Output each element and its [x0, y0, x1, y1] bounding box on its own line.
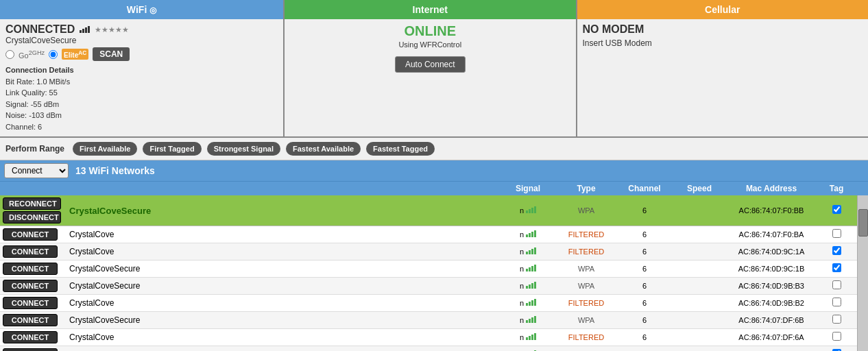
- row-action-connected: RECONNECT DISCONNECT: [0, 195, 65, 226]
- network-row-2: CONNECT CrystalCove n FILTERED 6 AC:86:7…: [0, 243, 857, 261]
- col-header-speed: Speed: [672, 182, 727, 195]
- row-speed-6: [672, 318, 727, 322]
- row-type-4: WPA: [555, 280, 617, 292]
- network-row-5: CONNECT CrystalCove n FILTERED 6 AC:86:7…: [0, 295, 857, 312]
- row-name-8: CrystalCoveSecure: [65, 348, 501, 351]
- tab-wifi[interactable]: WiFi ◎: [0, 0, 285, 19]
- row-signal-5: n: [501, 297, 555, 309]
- tab-cellular[interactable]: Cellular: [577, 0, 869, 19]
- scrollbar-thumb[interactable]: [858, 209, 868, 237]
- connect-button-8[interactable]: CONNECT: [3, 348, 58, 351]
- connected-line: CONNECTED ★★★★★: [5, 23, 278, 36]
- connect-button-5[interactable]: CONNECT: [3, 297, 58, 309]
- row-name-1: CrystalCove: [65, 228, 501, 241]
- col-header-signal: Signal: [501, 182, 555, 195]
- network-row-8: CONNECT CrystalCoveSecure n WPA 6 AC:86:…: [0, 346, 857, 351]
- first-tagged-btn[interactable]: First Tagged: [143, 142, 201, 156]
- elite-ac-label: EliteAC: [62, 49, 88, 60]
- info-section: CONNECTED ★★★★★ CrystalCoveSecure Go2GHz…: [0, 19, 868, 138]
- row-speed-7: [672, 335, 727, 339]
- connect-button-2[interactable]: CONNECT: [3, 245, 58, 258]
- row-type-8: WPA: [555, 348, 617, 351]
- internet-status: ONLINE: [290, 23, 570, 39]
- row-type-6: WPA: [555, 314, 617, 326]
- row-tag-5: [816, 295, 857, 311]
- row-action-5: CONNECT: [0, 295, 65, 311]
- connect-button-4[interactable]: CONNECT: [3, 280, 58, 292]
- scan-button[interactable]: SCAN: [93, 47, 130, 61]
- connect-button-1[interactable]: CONNECT: [3, 228, 58, 241]
- row-type-1: FILTERED: [555, 228, 617, 241]
- first-available-btn[interactable]: First Available: [73, 142, 137, 156]
- tag-checkbox-7[interactable]: [832, 332, 841, 341]
- row-tag-8: [816, 347, 857, 351]
- row-action-4: CONNECT: [0, 278, 65, 294]
- tag-checkbox-6[interactable]: [832, 315, 841, 324]
- header-tabs: WiFi ◎ Internet Cellular: [0, 0, 868, 19]
- row-mac-7: AC:86:74:07:DF:6A: [727, 331, 816, 343]
- details-label: Connection Details: [5, 64, 278, 76]
- row-channel-2: 6: [617, 245, 672, 258]
- networks-count: 13 WiFi Networks: [75, 165, 155, 176]
- connection-details: Connection Details Bit Rate: 1.0 MBit/s …: [5, 64, 278, 132]
- network-row-3: CONNECT CrystalCoveSecure n WPA 6 AC:86:…: [0, 261, 857, 278]
- row-signal-6: n: [501, 314, 555, 326]
- row-name-4: CrystalCoveSecure: [65, 279, 501, 293]
- network-rows-list: CONNECT CrystalCove n FILTERED 6 AC:86:7…: [0, 226, 857, 351]
- row-mac-8: AC:86:74:0D:9C:1B: [727, 348, 816, 351]
- row-speed-3: [672, 267, 727, 271]
- radio-row: Go2GHz EliteAC SCAN: [5, 47, 278, 61]
- row-tag-7: [816, 330, 857, 345]
- connected-status: CONNECTED: [5, 23, 75, 36]
- fastest-available-btn[interactable]: Fastest Available: [286, 142, 361, 156]
- scrollbar-track[interactable]: [857, 195, 868, 351]
- channel-val: Channel: 6: [5, 121, 278, 133]
- network-row-4: CONNECT CrystalCoveSecure n WPA 6 AC:86:…: [0, 278, 857, 295]
- tag-checkbox-1[interactable]: [832, 229, 841, 238]
- row-type-3: WPA: [555, 263, 617, 275]
- bit-rate: Bit Rate: 1.0 MBit/s: [5, 76, 278, 88]
- connect-select[interactable]: Connect Reconnect Disconnect: [4, 163, 69, 178]
- reconnect-button[interactable]: RECONNECT: [3, 197, 61, 210]
- radio-2ghz[interactable]: [5, 50, 14, 59]
- auto-connect-button[interactable]: Auto Connect: [395, 56, 466, 73]
- row-speed-4: [672, 284, 727, 288]
- row-tag-0: [816, 203, 857, 218]
- row-signal-0: n: [501, 204, 555, 217]
- row-action-7: CONNECT: [0, 329, 65, 346]
- strongest-signal-btn[interactable]: Strongest Signal: [207, 142, 280, 156]
- tag-checkbox-3[interactable]: [832, 263, 841, 272]
- tag-checkbox-0[interactable]: [832, 205, 841, 214]
- row-signal-1: n: [501, 228, 555, 241]
- row-tag-1: [816, 227, 857, 242]
- col-header-channel: Channel: [617, 182, 672, 195]
- tag-checkbox-5[interactable]: [832, 298, 841, 306]
- table-header-row: Connect Reconnect Disconnect 13 WiFi Net…: [0, 160, 868, 181]
- signal-stars: ★★★★★: [95, 25, 129, 34]
- connect-button-6[interactable]: CONNECT: [3, 314, 58, 326]
- perform-range-label: Perform Range: [5, 144, 64, 154]
- row-action-3: CONNECT: [0, 261, 65, 277]
- row-mac-4: AC:86:74:0D:9B:B3: [727, 280, 816, 292]
- signal-dbm: Signal: -55 dBm: [5, 99, 278, 110]
- radio-elite[interactable]: [49, 50, 58, 59]
- row-speed-5: [672, 301, 727, 305]
- tag-checkbox-2[interactable]: [832, 246, 841, 255]
- row-action-1: CONNECT: [0, 226, 65, 243]
- disconnect-button[interactable]: DISCONNECT: [3, 211, 61, 223]
- row-speed-2: [672, 250, 727, 254]
- row-speed-0: [672, 208, 727, 213]
- tab-internet[interactable]: Internet: [285, 0, 577, 19]
- connect-button-7[interactable]: CONNECT: [3, 331, 58, 343]
- row-name-3: CrystalCoveSecure: [65, 262, 501, 276]
- connect-button-3[interactable]: CONNECT: [3, 263, 58, 275]
- row-channel-8: 6: [617, 348, 672, 351]
- fastest-tagged-btn[interactable]: Fastest Tagged: [366, 142, 435, 156]
- row-mac-1: AC:86:74:07:F0:BA: [727, 228, 816, 241]
- internet-info-panel: ONLINE Using WFRControl Auto Connect: [285, 19, 577, 136]
- row-signal-8: n: [501, 348, 555, 351]
- row-mac-6: AC:86:74:07:DF:6B: [727, 314, 816, 326]
- col-header-tag: Tag: [816, 182, 857, 195]
- tag-checkbox-4[interactable]: [832, 280, 841, 289]
- wifi-info-panel: CONNECTED ★★★★★ CrystalCoveSecure Go2GHz…: [0, 19, 285, 136]
